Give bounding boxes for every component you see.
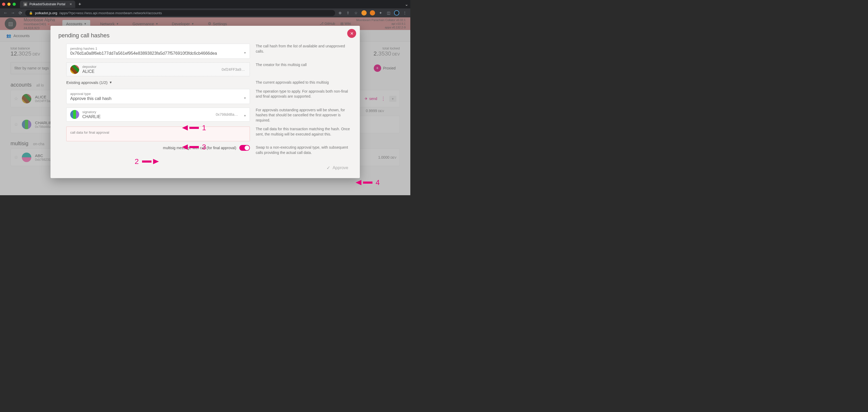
panel-icon[interactable]: ◫ xyxy=(386,10,391,15)
modal-overlay: ✕ pending call hashes pending hashes 1 0… xyxy=(0,18,410,195)
tab-bar: ▦ Polkadot/Substrate Portal ✕ + ⌄ xyxy=(0,0,410,8)
tabs-dropdown-icon[interactable]: ⌄ xyxy=(405,2,408,7)
help-text: Swap to a non-executing approval type, w… xyxy=(256,145,352,155)
minimize-window-icon[interactable] xyxy=(7,3,10,6)
browser-chrome: ▦ Polkadot/Substrate Portal ✕ + ⌄ ← → ⟳ … xyxy=(0,0,410,18)
pending-call-modal: ✕ pending call hashes pending hashes 1 0… xyxy=(51,26,360,178)
modal-title: pending call hashes xyxy=(58,32,352,39)
menu-icon[interactable]: ⋮ xyxy=(402,10,407,15)
signatory-select[interactable]: signatory CHARLIE 0x798d4Ba… ▾ xyxy=(66,108,250,122)
check-icon: ✓ xyxy=(327,165,330,171)
lock-icon: 🔒 xyxy=(29,11,33,15)
new-tab-button[interactable]: + xyxy=(79,2,81,7)
final-approval-toggle[interactable] xyxy=(239,145,250,151)
identicon-icon xyxy=(70,65,79,74)
favicon-icon: ▦ xyxy=(23,2,27,6)
share-icon[interactable]: ⇪ xyxy=(346,10,350,15)
identicon-icon xyxy=(70,110,79,119)
depositor-field: depositor ALICE 0xf24FF3a9… xyxy=(66,62,250,76)
toggle-label: multisig message with call (for final ap… xyxy=(163,146,237,150)
annotation-4: 4 xyxy=(355,178,380,187)
url-host: polkadot.js.org xyxy=(35,11,57,15)
zoom-icon[interactable]: ⊕ xyxy=(338,10,342,15)
chevron-down-icon: ▾ xyxy=(244,51,246,55)
app-root: ▧ Moonbase Alpha moonbase/2401 ⏷ #4,618,… xyxy=(0,18,410,195)
help-text: The call hash from the list of available… xyxy=(256,44,352,54)
forward-button[interactable]: → xyxy=(10,10,15,15)
chevron-down-icon: ▾ xyxy=(244,114,246,118)
chevron-down-icon: ▾ xyxy=(110,80,112,85)
extensions-icon[interactable]: ✦ xyxy=(378,10,383,15)
existing-approvals-toggle[interactable]: Existing approvals (1/2) ▾ xyxy=(66,80,250,85)
url-path: /apps/?rpc=wss://wss.api.moonbase.moonbe… xyxy=(59,11,162,15)
signatory-address: 0x798d4Ba… xyxy=(216,112,238,117)
browser-tab[interactable]: ▦ Polkadot/Substrate Portal ✕ xyxy=(20,1,75,8)
profile-icon[interactable] xyxy=(394,10,399,16)
help-text: For approvals outstanding approvers will… xyxy=(256,108,352,123)
call-data-input[interactable]: call data for final approval xyxy=(66,126,250,141)
address-bar[interactable]: 🔒 polkadot.js.org /apps/?rpc=wss://wss.a… xyxy=(25,10,335,16)
tab-title: Polkadot/Substrate Portal xyxy=(29,2,65,6)
help-text: The operation type to apply. For approva… xyxy=(256,89,352,99)
url-bar: ← → ⟳ 🔒 polkadot.js.org /apps/?rpc=wss:/… xyxy=(0,8,410,18)
approval-type-select[interactable]: approval type Approve this call hash ▾ xyxy=(66,89,250,104)
reload-button[interactable]: ⟳ xyxy=(18,10,23,16)
help-text: The current approvals applied to this mu… xyxy=(256,80,352,85)
bookmark-icon[interactable]: ☆ xyxy=(353,10,358,15)
maximize-window-icon[interactable] xyxy=(12,3,16,6)
extension-icon[interactable] xyxy=(362,10,367,16)
approve-button[interactable]: ✓ Approve xyxy=(323,163,352,173)
help-text: The call data for this transaction match… xyxy=(256,126,352,137)
window-controls xyxy=(2,3,16,6)
depositor-address: 0xf24FF3a9… xyxy=(221,67,245,71)
close-window-icon[interactable] xyxy=(2,3,5,6)
help-text: The creator for this multisig call xyxy=(256,62,352,68)
back-button[interactable]: ← xyxy=(3,10,8,15)
pending-hashes-select[interactable]: pending hashes 1 0x76d1a0a8f6eb177dd7a56… xyxy=(66,44,250,59)
extension-icon[interactable] xyxy=(370,10,375,16)
chevron-down-icon: ▾ xyxy=(244,96,246,100)
modal-close-button[interactable]: ✕ xyxy=(347,29,356,38)
tab-close-icon[interactable]: ✕ xyxy=(69,2,72,6)
